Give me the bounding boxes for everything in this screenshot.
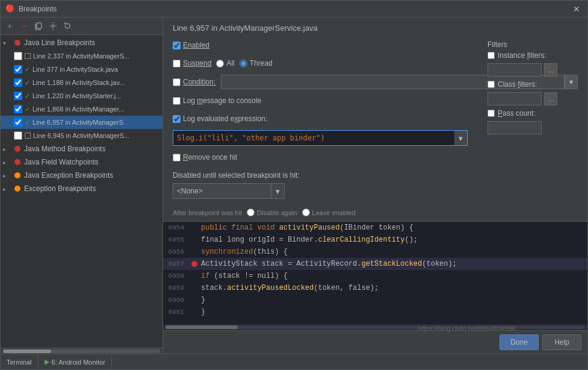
- enabled-checkbox[interactable]: [173, 42, 181, 49]
- chevron-icon: ▸: [3, 159, 11, 166]
- instance-filter-button[interactable]: ...: [544, 63, 557, 77]
- list-item[interactable]: ✓ Line 1,220 in ActivityStarter.j...: [1, 89, 162, 102]
- rerun-button[interactable]: [61, 19, 74, 33]
- close-button[interactable]: ✕: [571, 3, 583, 15]
- terminal-tab[interactable]: Terminal: [1, 355, 39, 369]
- code-line: 6961 }: [163, 306, 587, 318]
- code-content[interactable]: 6954 public final void activityPaused(IB…: [163, 222, 587, 324]
- android-monitor-tab[interactable]: ▶ 6: Android Monitor: [39, 355, 112, 369]
- class-filter-label[interactable]: Class filters:: [487, 80, 537, 89]
- group-header-java-field[interactable]: ▸ Java Field Watchpoints: [1, 155, 162, 169]
- instance-filter-input[interactable]: [487, 63, 542, 77]
- disabled-until-dropdown-button[interactable]: ▾: [271, 183, 285, 199]
- expression-input[interactable]: [173, 130, 454, 146]
- leave-enabled-radio[interactable]: [302, 209, 310, 216]
- right-panel-wrapper: Line 6,957 in ActivityManagerService.jav…: [163, 17, 587, 354]
- pass-count-checkbox[interactable]: [487, 110, 495, 117]
- instance-filter-label[interactable]: Instance filters:: [487, 51, 546, 60]
- log-expression-checkbox[interactable]: [173, 115, 181, 123]
- all-radio[interactable]: [216, 60, 224, 67]
- class-filter-checkbox[interactable]: [487, 81, 495, 88]
- chevron-icon: ▸: [3, 172, 11, 179]
- log-expression-text: Log evaluated expression:: [183, 114, 267, 123]
- enabled-text: Enabled: [183, 41, 209, 49]
- thread-radio[interactable]: [240, 60, 247, 67]
- pass-count-input[interactable]: [487, 121, 542, 134]
- group-java-line: ▾ Java Line Breakpoints Line 2,337 in Ac…: [1, 36, 162, 142]
- pass-count-label[interactable]: Pass count:: [487, 109, 536, 118]
- pass-count-input-row: [487, 121, 578, 134]
- done-button[interactable]: Done: [500, 334, 539, 350]
- bp-checkbox[interactable]: [14, 105, 22, 113]
- class-filter-input[interactable]: [487, 92, 542, 105]
- list-item[interactable]: ✓ Line 377 in ActivityStack.java: [1, 63, 162, 76]
- disable-again-label[interactable]: Disable again: [247, 209, 297, 216]
- code-scroll-track: [166, 325, 585, 329]
- disable-again-radio[interactable]: [247, 209, 255, 216]
- enabled-label[interactable]: Enabled: [173, 41, 209, 49]
- chevron-icon: ▸: [3, 186, 11, 192]
- suspend-radio-group: All Thread: [216, 59, 272, 67]
- help-button[interactable]: Help: [542, 334, 581, 350]
- bp-checkbox[interactable]: [14, 65, 22, 74]
- list-item[interactable]: ✓ Line 1,188 in ActivityStack.jav...: [1, 76, 162, 89]
- disabled-until-input[interactable]: [173, 183, 271, 199]
- expression-dropdown-button[interactable]: ▾: [454, 130, 468, 146]
- group-header-java-line[interactable]: ▾ Java Line Breakpoints: [1, 36, 162, 49]
- bp-checkbox[interactable]: [14, 52, 22, 60]
- code-line: 6956 synchronized(this) {: [163, 246, 587, 258]
- list-item[interactable]: Line 2,337 in ActivityManagerS...: [1, 49, 162, 63]
- instance-filters-row: Instance filters:: [487, 51, 578, 60]
- log-message-label[interactable]: Log message to console: [173, 96, 261, 105]
- group-java-exception: ▸ Java Exception Breakpoints: [1, 169, 162, 182]
- svg-point-2: [52, 25, 54, 27]
- condition-label[interactable]: Condition:: [173, 78, 221, 86]
- bp-text: Line 6,945 in ActivityManagerS...: [33, 132, 129, 139]
- settings-button[interactable]: [46, 19, 60, 33]
- instance-filter-input-row: ...: [487, 63, 578, 77]
- class-filter-button[interactable]: ...: [544, 92, 557, 105]
- left-scroll-thumb: [3, 350, 51, 353]
- disabled-until-combo: ▾: [173, 183, 285, 199]
- group-header-exception[interactable]: ▸ Exception Breakpoints: [1, 182, 162, 195]
- rerun-icon: [63, 22, 72, 30]
- list-item[interactable]: ✓ Line 6,957 in ActivityManagerS: [1, 116, 162, 129]
- suspend-label[interactable]: Suspend: [173, 59, 211, 67]
- remove-breakpoint-button[interactable]: −: [17, 19, 31, 33]
- left-toolbar: + −: [1, 17, 162, 35]
- code-text: stack.activityPausedLocked(token, false)…: [199, 284, 379, 292]
- dialog-title: Breakpoints: [19, 5, 57, 13]
- condition-checkbox[interactable]: [173, 78, 181, 86]
- android-monitor-label: 6: Android Monitor: [52, 359, 105, 366]
- all-radio-label[interactable]: All: [216, 59, 234, 67]
- log-message-checkbox[interactable]: [173, 97, 181, 105]
- group-label-exception: Exception Breakpoints: [24, 184, 96, 193]
- group-header-java-method[interactable]: ▸ Java Method Breakpoints: [1, 142, 162, 155]
- bp-checkbox[interactable]: [14, 131, 22, 140]
- breakpoints-icon: 🔴: [5, 4, 15, 14]
- thread-radio-label[interactable]: Thread: [240, 59, 273, 67]
- code-line: 6959 stack.activityPausedLocked(token, f…: [163, 282, 587, 294]
- suspend-checkbox[interactable]: [173, 60, 181, 67]
- left-scrollbar[interactable]: [1, 348, 162, 354]
- list-item[interactable]: Line 6,945 in ActivityManagerS...: [1, 129, 162, 142]
- copy-button[interactable]: [32, 19, 45, 33]
- bp-checkbox[interactable]: [14, 92, 22, 100]
- remove-once-checkbox[interactable]: [173, 154, 181, 161]
- instance-filter-checkbox[interactable]: [487, 52, 495, 59]
- bp-checkbox[interactable]: [14, 78, 22, 87]
- bp-checkbox[interactable]: [14, 118, 22, 127]
- add-breakpoint-button[interactable]: +: [3, 19, 16, 33]
- log-message-text: Log message to console: [183, 96, 261, 105]
- group-header-java-exception[interactable]: ▸ Java Exception Breakpoints: [1, 169, 162, 182]
- log-expression-label[interactable]: Log evaluated expression:: [173, 114, 275, 123]
- thread-radio-text: Thread: [250, 59, 273, 67]
- condition-text: Condition:: [183, 78, 215, 86]
- java-exception-icon: [13, 171, 22, 180]
- line-number: 6960: [163, 296, 190, 304]
- line-number: 6957: [163, 260, 190, 268]
- remove-once-label[interactable]: Remove once hit: [173, 153, 237, 161]
- code-horizontal-scrollbar[interactable]: [163, 324, 587, 330]
- list-item[interactable]: ✓ Line 1,868 in ActivityManager...: [1, 102, 162, 116]
- leave-enabled-label[interactable]: Leave enabled: [302, 209, 356, 216]
